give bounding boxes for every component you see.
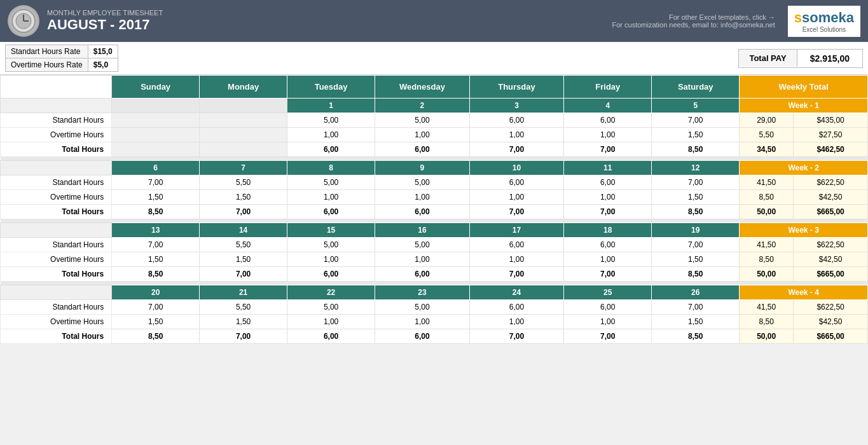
week3-overtime-day5[interactable]: 1,00 <box>564 252 652 267</box>
week4-overtime-day5[interactable]: 1,00 <box>564 315 652 329</box>
logo-sub: Excel Solutions <box>803 26 846 33</box>
week3-standard-day3[interactable]: 5,00 <box>375 238 470 252</box>
week1-total-day2: 6,00 <box>287 142 375 157</box>
week1-total-day4: 7,00 <box>469 142 564 157</box>
week1-label: Week - 1 <box>740 99 868 113</box>
week3-standard-label: Standart Hours <box>1 238 112 252</box>
week2-overtime-day5[interactable]: 1,00 <box>564 190 652 205</box>
app-logo-icon <box>8 5 39 37</box>
week4-standard-label: Standart Hours <box>1 300 112 315</box>
week4-overtime-day4[interactable]: 1,00 <box>469 315 564 329</box>
week2-total-day0: 8,50 <box>112 205 200 219</box>
week2-standard-day5[interactable]: 6,00 <box>564 175 652 190</box>
week4-overtime-day3[interactable]: 1,00 <box>375 315 470 329</box>
week3-standard-day6[interactable]: 7,00 <box>652 238 740 252</box>
week4-overtime-day6[interactable]: 1,50 <box>652 315 740 329</box>
week2-overtime-day6[interactable]: 1,50 <box>652 190 740 205</box>
week4-standard-day5[interactable]: 6,00 <box>564 300 652 315</box>
rates-table: Standart Hours Rate $15,0 Overtime Hours… <box>5 44 118 72</box>
week3-overtime-day3[interactable]: 1,00 <box>375 252 470 267</box>
week4-standard-day6[interactable]: 7,00 <box>652 300 740 315</box>
week3-standard-day5[interactable]: 6,00 <box>564 238 652 252</box>
week2-overtime-day0[interactable]: 1,50 <box>112 190 200 205</box>
week4-overtime-day0[interactable]: 1,50 <box>112 315 200 329</box>
app-container: MONTHLY EMPLOYEE TIMESHEET AUGUST - 2017… <box>0 0 868 344</box>
week3-standard-day0[interactable]: 7,00 <box>112 238 200 252</box>
week1-total-day6: 8,50 <box>652 142 740 157</box>
week1-overtime-day5[interactable]: 1,00 <box>564 128 652 142</box>
week1-overtime-day6[interactable]: 1,50 <box>652 128 740 142</box>
week3-standard-day2[interactable]: 5,00 <box>287 238 375 252</box>
week2-total-day5: 7,00 <box>564 205 652 219</box>
week2-overtime-total-pay: $42,50 <box>794 190 868 205</box>
col-wednesday: Wednesday <box>375 76 470 99</box>
week3-standard-day4[interactable]: 6,00 <box>469 238 564 252</box>
week1-total-label: Total Hours <box>1 142 112 157</box>
week2-standard-day0[interactable]: 7,00 <box>112 175 200 190</box>
week1-total-hours: 34,50 <box>740 142 794 157</box>
week2-standard-day2[interactable]: 5,00 <box>287 175 375 190</box>
header-center-text: For other Excel templates, click → For c… <box>176 13 775 29</box>
week1-standard-day4[interactable]: 6,00 <box>469 113 564 128</box>
standard-rate-value[interactable]: $15,0 <box>88 45 118 58</box>
week1-overtime-day3[interactable]: 1,00 <box>375 128 470 142</box>
week3-standard-day1[interactable]: 5,50 <box>200 238 287 252</box>
col-monday: Monday <box>200 76 287 99</box>
week1-total-day1 <box>200 142 287 157</box>
week2-day2-number: 8 <box>287 161 375 175</box>
week4-total-hours: 50,00 <box>740 329 794 344</box>
week3-total-day6: 8,50 <box>652 267 740 282</box>
week2-standard-day6[interactable]: 7,00 <box>652 175 740 190</box>
week1-standard-day5[interactable]: 6,00 <box>564 113 652 128</box>
week2-overtime-day1[interactable]: 1,50 <box>200 190 287 205</box>
week4-overtime-day2[interactable]: 1,00 <box>287 315 375 329</box>
week1-day4-number: 3 <box>469 99 564 113</box>
week1-standard-day0[interactable] <box>112 113 200 128</box>
header-line2: For customization needs, email to: info@… <box>176 21 775 29</box>
week4-total-day4: 7,00 <box>469 329 564 344</box>
week3-overtime-day2[interactable]: 1,00 <box>287 252 375 267</box>
header: MONTHLY EMPLOYEE TIMESHEET AUGUST - 2017… <box>0 0 868 42</box>
week3-overtime-day0[interactable]: 1,50 <box>112 252 200 267</box>
week2-overtime-day2[interactable]: 1,00 <box>287 190 375 205</box>
week3-standard-total-pay: $622,50 <box>794 238 868 252</box>
week1-overtime-day0[interactable] <box>112 128 200 142</box>
week1-overtime-day4[interactable]: 1,00 <box>469 128 564 142</box>
overtime-rate-value[interactable]: $5,0 <box>88 58 118 72</box>
col-saturday: Saturday <box>652 76 740 99</box>
week4-standard-day2[interactable]: 5,00 <box>287 300 375 315</box>
week4-standard-day0[interactable]: 7,00 <box>112 300 200 315</box>
week2-overtime-day4[interactable]: 1,00 <box>469 190 564 205</box>
week1-overtime-day1[interactable] <box>200 128 287 142</box>
week3-label: Week - 3 <box>740 223 868 238</box>
week1-standard-day1[interactable] <box>200 113 287 128</box>
week4-overtime-day1[interactable]: 1,50 <box>200 315 287 329</box>
total-pay-box: Total PAY $2.915,00 <box>738 49 863 68</box>
col-friday: Friday <box>564 76 652 99</box>
week2-standard-day4[interactable]: 6,00 <box>469 175 564 190</box>
week3-overtime-day1[interactable]: 1,50 <box>200 252 287 267</box>
week4-standard-day4[interactable]: 6,00 <box>469 300 564 315</box>
week1-standard-day2[interactable]: 5,00 <box>287 113 375 128</box>
week2-standard-day1[interactable]: 5,50 <box>200 175 287 190</box>
week1-day2-number: 1 <box>287 99 375 113</box>
header-subtitle: MONTHLY EMPLOYEE TIMESHEET <box>47 9 163 17</box>
week1-day6-number: 5 <box>652 99 740 113</box>
week2-overtime-day3[interactable]: 1,00 <box>375 190 470 205</box>
week3-total-day2: 6,00 <box>287 267 375 282</box>
week4-standard-day1[interactable]: 5,50 <box>200 300 287 315</box>
week3-overtime-day6[interactable]: 1,50 <box>652 252 740 267</box>
week1-total-day0 <box>112 142 200 157</box>
week2-total-label: Total Hours <box>1 205 112 219</box>
week4-standard-day3[interactable]: 5,00 <box>375 300 470 315</box>
week1-standard-day6[interactable]: 7,00 <box>652 113 740 128</box>
week1-overtime-day2[interactable]: 1,00 <box>287 128 375 142</box>
week1-standard-day3[interactable]: 5,00 <box>375 113 470 128</box>
week2-standard-day3[interactable]: 5,00 <box>375 175 470 190</box>
header-main-title: AUGUST - 2017 <box>47 17 163 33</box>
week1-standard-total-pay: $435,00 <box>794 113 868 128</box>
week4-total-day2: 6,00 <box>287 329 375 344</box>
week2-total-day3: 6,00 <box>375 205 470 219</box>
week4-day5-number: 25 <box>564 285 652 300</box>
week3-overtime-day4[interactable]: 1,00 <box>469 252 564 267</box>
